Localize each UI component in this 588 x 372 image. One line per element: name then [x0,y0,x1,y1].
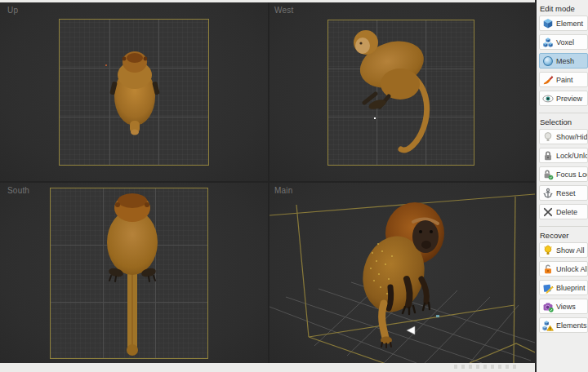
sidebar-button-label: Paint [556,76,573,84]
sidebar-button-element[interactable]: Element [539,16,588,31]
section-header-edit-mode: Edit mode [539,2,588,16]
sidebar-button-focus-lock[interactable]: Focus Lock [539,166,588,182]
monkey-model-top-view[interactable] [60,20,210,166]
monkey-model-perspective[interactable] [355,202,444,348]
sidebar-button-reset[interactable]: Reset [539,185,588,201]
sidebar-button-label: Element [556,20,583,28]
sidebar-button-views[interactable]: Views [539,299,588,314]
grid-plane-up [59,19,209,166]
bulb-yellow-icon [541,244,554,256]
section-header-recover: Recover [539,226,588,242]
delete-x-icon [541,206,554,218]
main-perspective-scene[interactable] [270,183,535,363]
viewport-south-label: South [7,186,29,195]
bulb-gray-icon [541,131,554,143]
preview-eye-icon [541,92,554,104]
marker-dot [105,64,107,66]
viewport-west[interactable]: West [270,2,535,181]
sidebar-button-label: Lock/Unlock [556,152,588,160]
sidebar-button-paint[interactable]: Paint [539,72,588,87]
camera-check-icon [541,300,554,312]
voxel-editor-window: Up [0,0,588,372]
viewport-area: Up [0,2,535,363]
paint-brush-icon [541,73,554,86]
sidebar-button-label: Views [556,303,576,311]
sidebar-button-label: Voxel [556,38,574,46]
viewport-south[interactable]: South [0,183,268,363]
sidebar-button-lock-unlock[interactable]: Lock/Unlock [539,148,588,163]
lock-gray-icon [541,149,554,162]
sidebar-button-label: Preview [556,95,582,103]
monkey-model-side-view[interactable] [328,20,475,166]
sidebar-button-unlock-all[interactable]: Unlock All [539,261,588,277]
element-cube-icon [541,17,554,29]
sidebar-button-label: Show/Hide [556,133,588,141]
viewport-main-label: Main [274,186,292,195]
sidebar-button-label: Delete [556,208,577,216]
mouse-cursor [407,326,415,334]
sidebar-button-label: Blueprint [556,284,586,292]
sidebar-button-preview[interactable]: Preview [539,91,588,106]
monkey-model-back-view[interactable] [51,188,209,360]
cursor-dot [374,117,376,119]
sidebar-button-elements[interactable]: Elements [539,317,588,333]
grid-plane-south [50,188,208,359]
viewport-up-label: Up [7,6,18,15]
elements-warning-icon [541,319,554,331]
mesh-sphere-icon [541,55,554,67]
unlock-orange-icon [541,263,554,275]
voxel-cubes-icon [541,36,554,48]
sidebar-button-show-all[interactable]: Show All [539,242,588,258]
sidebar-button-mesh[interactable]: Mesh [539,53,588,69]
sidebar-button-label: Focus Lock [556,170,588,179]
section-header-selection: Selection [539,113,588,129]
sidebar-button-label: Reset [556,189,576,197]
sidebar-button-blueprint[interactable]: Blueprint [539,280,588,295]
blueprint-pencil-icon [541,281,554,294]
sidebar-button-label: Show All [556,246,585,255]
anchor-icon [541,187,554,199]
sidebar-button-label: Mesh [556,57,574,65]
viewport-up[interactable]: Up [0,2,268,181]
sidebar-button-delete[interactable]: Delete [539,204,588,219]
sidebar-button-show-hide[interactable]: Show/Hide [539,129,588,144]
sidebar-button-voxel[interactable]: Voxel [539,34,588,50]
axis-marker [436,315,439,317]
lock-check-icon [541,168,554,180]
sidebar: Edit modeElementVoxelMeshPaintPreviewSel… [535,0,588,372]
viewport-west-label: West [274,6,293,15]
sidebar-button-label: Unlock All [556,265,588,273]
sidebar-button-label: Elements [556,321,587,330]
grid-plane-west [327,20,474,166]
clipped-status-text [454,365,519,369]
viewport-main[interactable]: Main [270,183,535,363]
